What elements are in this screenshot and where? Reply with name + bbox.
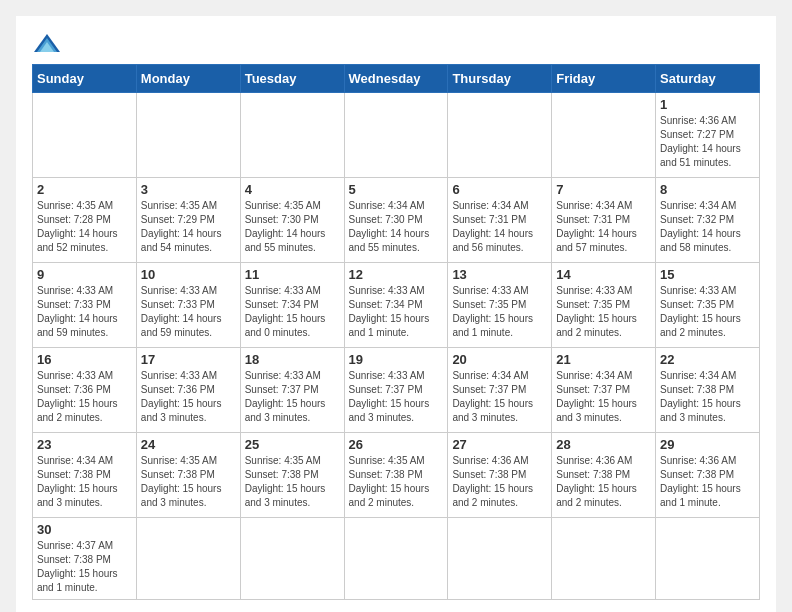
calendar-cell xyxy=(136,518,240,600)
calendar-cell xyxy=(656,518,760,600)
calendar-cell xyxy=(448,518,552,600)
day-number: 10 xyxy=(141,267,236,282)
day-info: Sunrise: 4:34 AM Sunset: 7:30 PM Dayligh… xyxy=(349,199,444,255)
day-number: 18 xyxy=(245,352,340,367)
day-number: 11 xyxy=(245,267,340,282)
calendar-cell: 29Sunrise: 4:36 AM Sunset: 7:38 PM Dayli… xyxy=(656,433,760,518)
calendar-cell: 3Sunrise: 4:35 AM Sunset: 7:29 PM Daylig… xyxy=(136,178,240,263)
day-number: 28 xyxy=(556,437,651,452)
logo-icon xyxy=(32,32,62,56)
day-number: 15 xyxy=(660,267,755,282)
weekday-header-sunday: Sunday xyxy=(33,65,137,93)
day-number: 2 xyxy=(37,182,132,197)
day-info: Sunrise: 4:35 AM Sunset: 7:30 PM Dayligh… xyxy=(245,199,340,255)
calendar-week-row: 16Sunrise: 4:33 AM Sunset: 7:36 PM Dayli… xyxy=(33,348,760,433)
day-number: 6 xyxy=(452,182,547,197)
day-number: 1 xyxy=(660,97,755,112)
calendar-cell: 18Sunrise: 4:33 AM Sunset: 7:37 PM Dayli… xyxy=(240,348,344,433)
calendar-cell xyxy=(33,93,137,178)
day-info: Sunrise: 4:34 AM Sunset: 7:32 PM Dayligh… xyxy=(660,199,755,255)
calendar-cell xyxy=(136,93,240,178)
day-info: Sunrise: 4:33 AM Sunset: 7:37 PM Dayligh… xyxy=(349,369,444,425)
calendar-cell: 28Sunrise: 4:36 AM Sunset: 7:38 PM Dayli… xyxy=(552,433,656,518)
day-info: Sunrise: 4:34 AM Sunset: 7:37 PM Dayligh… xyxy=(452,369,547,425)
day-number: 17 xyxy=(141,352,236,367)
weekday-header-thursday: Thursday xyxy=(448,65,552,93)
calendar-cell: 5Sunrise: 4:34 AM Sunset: 7:30 PM Daylig… xyxy=(344,178,448,263)
day-info: Sunrise: 4:36 AM Sunset: 7:38 PM Dayligh… xyxy=(452,454,547,510)
day-info: Sunrise: 4:36 AM Sunset: 7:27 PM Dayligh… xyxy=(660,114,755,170)
day-info: Sunrise: 4:37 AM Sunset: 7:38 PM Dayligh… xyxy=(37,539,132,595)
calendar-cell: 2Sunrise: 4:35 AM Sunset: 7:28 PM Daylig… xyxy=(33,178,137,263)
calendar-cell: 24Sunrise: 4:35 AM Sunset: 7:38 PM Dayli… xyxy=(136,433,240,518)
calendar-cell xyxy=(448,93,552,178)
weekday-header-saturday: Saturday xyxy=(656,65,760,93)
calendar-week-row: 1Sunrise: 4:36 AM Sunset: 7:27 PM Daylig… xyxy=(33,93,760,178)
day-info: Sunrise: 4:36 AM Sunset: 7:38 PM Dayligh… xyxy=(556,454,651,510)
calendar-cell: 12Sunrise: 4:33 AM Sunset: 7:34 PM Dayli… xyxy=(344,263,448,348)
day-info: Sunrise: 4:33 AM Sunset: 7:33 PM Dayligh… xyxy=(37,284,132,340)
weekday-header-row: SundayMondayTuesdayWednesdayThursdayFrid… xyxy=(33,65,760,93)
day-number: 4 xyxy=(245,182,340,197)
calendar-cell xyxy=(240,93,344,178)
day-info: Sunrise: 4:35 AM Sunset: 7:38 PM Dayligh… xyxy=(141,454,236,510)
calendar-week-row: 2Sunrise: 4:35 AM Sunset: 7:28 PM Daylig… xyxy=(33,178,760,263)
day-number: 3 xyxy=(141,182,236,197)
day-number: 22 xyxy=(660,352,755,367)
calendar-cell xyxy=(344,518,448,600)
calendar-cell: 8Sunrise: 4:34 AM Sunset: 7:32 PM Daylig… xyxy=(656,178,760,263)
calendar-cell: 21Sunrise: 4:34 AM Sunset: 7:37 PM Dayli… xyxy=(552,348,656,433)
day-info: Sunrise: 4:33 AM Sunset: 7:36 PM Dayligh… xyxy=(37,369,132,425)
calendar-cell: 7Sunrise: 4:34 AM Sunset: 7:31 PM Daylig… xyxy=(552,178,656,263)
calendar-cell: 26Sunrise: 4:35 AM Sunset: 7:38 PM Dayli… xyxy=(344,433,448,518)
day-info: Sunrise: 4:34 AM Sunset: 7:38 PM Dayligh… xyxy=(37,454,132,510)
calendar-cell: 23Sunrise: 4:34 AM Sunset: 7:38 PM Dayli… xyxy=(33,433,137,518)
day-number: 12 xyxy=(349,267,444,282)
day-info: Sunrise: 4:34 AM Sunset: 7:31 PM Dayligh… xyxy=(556,199,651,255)
calendar-cell: 6Sunrise: 4:34 AM Sunset: 7:31 PM Daylig… xyxy=(448,178,552,263)
calendar-cell: 11Sunrise: 4:33 AM Sunset: 7:34 PM Dayli… xyxy=(240,263,344,348)
calendar-cell: 20Sunrise: 4:34 AM Sunset: 7:37 PM Dayli… xyxy=(448,348,552,433)
day-info: Sunrise: 4:35 AM Sunset: 7:38 PM Dayligh… xyxy=(245,454,340,510)
day-number: 13 xyxy=(452,267,547,282)
day-number: 8 xyxy=(660,182,755,197)
day-info: Sunrise: 4:33 AM Sunset: 7:34 PM Dayligh… xyxy=(349,284,444,340)
day-info: Sunrise: 4:33 AM Sunset: 7:34 PM Dayligh… xyxy=(245,284,340,340)
calendar-cell: 1Sunrise: 4:36 AM Sunset: 7:27 PM Daylig… xyxy=(656,93,760,178)
weekday-header-monday: Monday xyxy=(136,65,240,93)
day-info: Sunrise: 4:35 AM Sunset: 7:29 PM Dayligh… xyxy=(141,199,236,255)
day-number: 5 xyxy=(349,182,444,197)
day-info: Sunrise: 4:33 AM Sunset: 7:37 PM Dayligh… xyxy=(245,369,340,425)
day-number: 26 xyxy=(349,437,444,452)
calendar-table: SundayMondayTuesdayWednesdayThursdayFrid… xyxy=(32,64,760,600)
day-info: Sunrise: 4:35 AM Sunset: 7:28 PM Dayligh… xyxy=(37,199,132,255)
calendar-cell: 25Sunrise: 4:35 AM Sunset: 7:38 PM Dayli… xyxy=(240,433,344,518)
calendar-cell: 14Sunrise: 4:33 AM Sunset: 7:35 PM Dayli… xyxy=(552,263,656,348)
day-info: Sunrise: 4:34 AM Sunset: 7:31 PM Dayligh… xyxy=(452,199,547,255)
day-number: 14 xyxy=(556,267,651,282)
calendar-cell xyxy=(344,93,448,178)
weekday-header-tuesday: Tuesday xyxy=(240,65,344,93)
calendar-cell: 15Sunrise: 4:33 AM Sunset: 7:35 PM Dayli… xyxy=(656,263,760,348)
day-number: 27 xyxy=(452,437,547,452)
calendar-cell: 17Sunrise: 4:33 AM Sunset: 7:36 PM Dayli… xyxy=(136,348,240,433)
day-info: Sunrise: 4:34 AM Sunset: 7:37 PM Dayligh… xyxy=(556,369,651,425)
day-info: Sunrise: 4:33 AM Sunset: 7:36 PM Dayligh… xyxy=(141,369,236,425)
day-number: 9 xyxy=(37,267,132,282)
calendar-cell: 13Sunrise: 4:33 AM Sunset: 7:35 PM Dayli… xyxy=(448,263,552,348)
day-info: Sunrise: 4:36 AM Sunset: 7:38 PM Dayligh… xyxy=(660,454,755,510)
calendar-cell: 16Sunrise: 4:33 AM Sunset: 7:36 PM Dayli… xyxy=(33,348,137,433)
calendar-week-row: 9Sunrise: 4:33 AM Sunset: 7:33 PM Daylig… xyxy=(33,263,760,348)
calendar-week-row: 30Sunrise: 4:37 AM Sunset: 7:38 PM Dayli… xyxy=(33,518,760,600)
calendar-cell: 30Sunrise: 4:37 AM Sunset: 7:38 PM Dayli… xyxy=(33,518,137,600)
day-number: 20 xyxy=(452,352,547,367)
day-number: 7 xyxy=(556,182,651,197)
day-number: 24 xyxy=(141,437,236,452)
calendar-cell xyxy=(240,518,344,600)
day-number: 16 xyxy=(37,352,132,367)
day-info: Sunrise: 4:33 AM Sunset: 7:35 PM Dayligh… xyxy=(556,284,651,340)
logo xyxy=(32,32,66,56)
calendar-cell: 10Sunrise: 4:33 AM Sunset: 7:33 PM Dayli… xyxy=(136,263,240,348)
calendar-cell xyxy=(552,93,656,178)
calendar-page: SundayMondayTuesdayWednesdayThursdayFrid… xyxy=(16,16,776,612)
